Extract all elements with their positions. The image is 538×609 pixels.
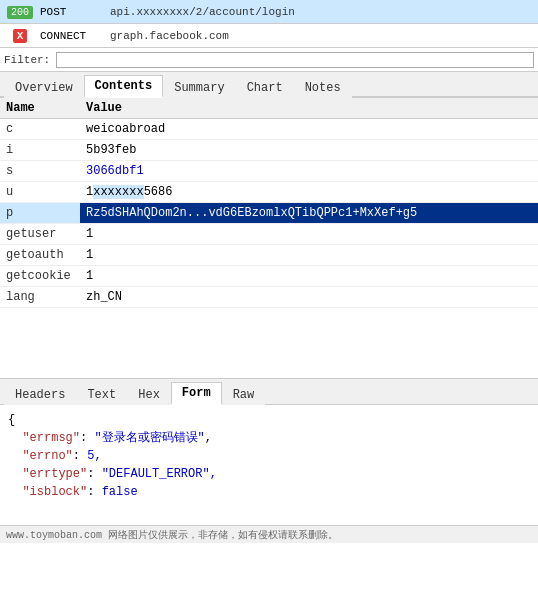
req1-method: POST <box>40 6 110 18</box>
col-value-header: Value <box>80 98 538 118</box>
row-s-value: 3066dbf1 <box>80 161 538 181</box>
filter-input[interactable] <box>56 52 534 68</box>
row-s-name: s <box>0 161 80 181</box>
data-section: c weicoabroad i 5b93feb s 3066dbf1 u 1xx… <box>0 119 538 379</box>
status-badge-1: 200 <box>7 6 33 19</box>
req1-url-mid: xxxxxxxx <box>136 6 189 18</box>
tab-notes[interactable]: Notes <box>294 77 352 98</box>
json-errtype-line: "errtype": "DEFAULT_ERROR", <box>8 465 530 483</box>
row-c-name: c <box>0 119 80 139</box>
row-u-value: 1xxxxxxx5686 <box>80 182 538 202</box>
row-lang[interactable]: lang zh_CN <box>0 287 538 308</box>
json-errno-line: "errno": 5, <box>8 447 530 465</box>
btab-headers[interactable]: Headers <box>4 384 76 405</box>
col-name-header: Name <box>0 98 80 118</box>
tab-contents[interactable]: Contents <box>84 75 164 98</box>
row-u[interactable]: u 1xxxxxxx5686 <box>0 182 538 203</box>
response-area: { "errmsg": "登录名或密码错误", "errno": 5, "err… <box>0 405 538 525</box>
btab-form[interactable]: Form <box>171 382 222 405</box>
btab-raw[interactable]: Raw <box>222 384 266 405</box>
top-tabs: Overview Contents Summary Chart Notes <box>0 72 538 98</box>
row-getoauth-name: getoauth <box>0 245 80 265</box>
row-getuser-value: 1 <box>80 224 538 244</box>
status-badge-2: X <box>13 29 28 43</box>
errmsg-val: "登录名或密码错误" <box>94 431 204 445</box>
req1-status: 200 <box>0 6 40 18</box>
req2-status: X <box>0 30 40 42</box>
btab-hex[interactable]: Hex <box>127 384 171 405</box>
errno-key: "errno" <box>22 449 72 463</box>
btab-text[interactable]: Text <box>76 384 127 405</box>
row-i-value: 5b93feb <box>80 140 538 160</box>
row-getcookie[interactable]: getcookie 1 <box>0 266 538 287</box>
json-isblock-line: "isblock": false <box>8 483 530 501</box>
req1-url: api.xxxxxxxx/2/account/login <box>110 6 538 18</box>
row-getuser-name: getuser <box>0 224 80 244</box>
table-header: Name Value <box>0 98 538 119</box>
tab-summary[interactable]: Summary <box>163 77 235 98</box>
errmsg-key: "errmsg" <box>22 431 80 445</box>
row-p-value: Rz5dSHAhQDom2n...vdG6EBzomlxQTibQPPc1+Mx… <box>80 203 538 223</box>
tab-overview[interactable]: Overview <box>4 77 84 98</box>
row-p-name: p <box>0 203 80 223</box>
errtype-key: "errtype" <box>22 467 87 481</box>
row-c[interactable]: c weicoabroad <box>0 119 538 140</box>
isblock-key: "isblock" <box>22 485 87 499</box>
row-getoauth[interactable]: getoauth 1 <box>0 245 538 266</box>
row-getcookie-name: getcookie <box>0 266 80 286</box>
req2-method: CONNECT <box>40 30 110 42</box>
request-row-2[interactable]: X CONNECT graph.facebook.com <box>0 24 538 48</box>
row-getcookie-value: 1 <box>80 266 538 286</box>
request-row-1[interactable]: 200 POST api.xxxxxxxx/2/account/login <box>0 0 538 24</box>
row-u-name: u <box>0 182 80 202</box>
req2-url: graph.facebook.com <box>110 30 538 42</box>
json-open-brace: { <box>8 411 530 429</box>
req1-url-suffix: /2/account/login <box>189 6 295 18</box>
row-lang-value: zh_CN <box>80 287 538 307</box>
tab-chart[interactable]: Chart <box>236 77 294 98</box>
req1-url-prefix: api. <box>110 6 136 18</box>
row-getuser[interactable]: getuser 1 <box>0 224 538 245</box>
filter-label: Filter: <box>4 54 50 66</box>
request-list: 200 POST api.xxxxxxxx/2/account/login X … <box>0 0 538 48</box>
json-errmsg-line: "errmsg": "登录名或密码错误", <box>8 429 530 447</box>
row-lang-name: lang <box>0 287 80 307</box>
bottom-tabs: Headers Text Hex Form Raw <box>0 379 538 405</box>
row-i-name: i <box>0 140 80 160</box>
row-p[interactable]: p Rz5dSHAhQDom2n...vdG6EBzomlxQTibQPPc1+… <box>0 203 538 224</box>
errtype-val: "DEFAULT_ERROR", <box>102 467 217 481</box>
row-s[interactable]: s 3066dbf1 <box>0 161 538 182</box>
errno-val: 5, <box>87 449 101 463</box>
isblock-val: false <box>102 485 138 499</box>
row-c-value: weicoabroad <box>80 119 538 139</box>
footer: www.toymoban.com 网络图片仅供展示，非存储，如有侵权请联系删除。 <box>0 525 538 543</box>
row-getoauth-value: 1 <box>80 245 538 265</box>
row-i[interactable]: i 5b93feb <box>0 140 538 161</box>
footer-text: www.toymoban.com 网络图片仅供展示，非存储，如有侵权请联系删除。 <box>6 530 338 541</box>
filter-row: Filter: <box>0 48 538 72</box>
